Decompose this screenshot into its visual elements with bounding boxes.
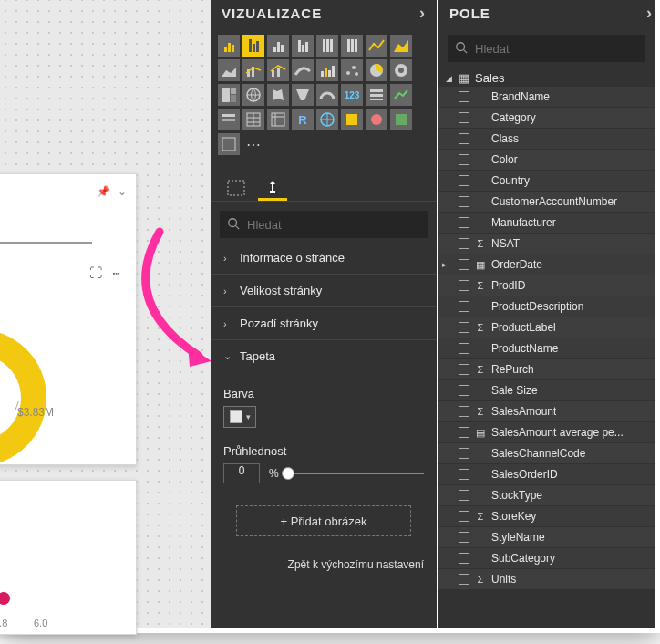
field-row[interactable]: CustomerAccountNumber: [438, 192, 655, 213]
field-checkbox[interactable]: [459, 91, 469, 102]
field-checkbox[interactable]: [459, 175, 469, 186]
field-checkbox[interactable]: [459, 406, 469, 417]
focus-mode-icon[interactable]: ⛶: [89, 265, 106, 280]
donut-chart[interactable]: [0, 329, 46, 466]
viz-stacked-column-icon[interactable]: [242, 35, 264, 57]
viz-line-icon[interactable]: [366, 35, 387, 57]
field-row[interactable]: ΣProductLabel: [438, 317, 655, 338]
pane-header-viz[interactable]: VIZUALIZACE ›: [211, 0, 437, 31]
field-checkbox[interactable]: [459, 574, 469, 585]
viz-multi-row-card-icon[interactable]: [366, 84, 387, 106]
field-row[interactable]: Category: [438, 108, 655, 129]
visual-card-brand[interactable]: Brand 5.8 6.0: [0, 480, 137, 635]
section-page-info[interactable]: › Informace o stránce: [211, 242, 437, 275]
viz-pie-icon[interactable]: [366, 59, 387, 81]
viz-matrix-icon[interactable]: [267, 109, 289, 130]
format-tab-icon[interactable]: [258, 175, 287, 201]
viz-100-stacked-column-icon[interactable]: [341, 35, 363, 57]
field-row[interactable]: Manufacturer: [438, 213, 655, 234]
field-row[interactable]: ΣUnits: [438, 569, 655, 590]
viz-line-clustered-column-icon[interactable]: [267, 59, 289, 81]
field-row[interactable]: ΣProdID: [438, 275, 655, 296]
chevron-right-icon[interactable]: ›: [646, 4, 653, 23]
transparency-input[interactable]: 0: [223, 463, 260, 483]
field-checkbox[interactable]: [459, 511, 469, 522]
chevron-down-icon[interactable]: ⌄: [118, 185, 127, 198]
viz-treemap-icon[interactable]: [218, 84, 240, 106]
field-checkbox[interactable]: [459, 385, 469, 396]
viz-r-script-icon[interactable]: R: [292, 109, 314, 130]
format-search-input[interactable]: [247, 218, 420, 232]
field-row[interactable]: BrandName: [438, 87, 655, 108]
viz-card-icon[interactable]: 123: [341, 84, 363, 106]
viz-kpi-icon[interactable]: [390, 84, 412, 106]
viz-ribbon-icon[interactable]: [292, 59, 314, 81]
field-row[interactable]: SalesChannelCode: [438, 443, 655, 464]
field-checkbox[interactable]: [459, 196, 469, 207]
viz-donut-icon[interactable]: [390, 59, 412, 81]
add-image-button[interactable]: + Přidat obrázek: [236, 505, 411, 536]
field-checkbox[interactable]: [459, 280, 469, 291]
reset-to-default-link[interactable]: Zpět k výchozímu nastavení: [211, 540, 437, 571]
field-checkbox[interactable]: [459, 238, 469, 249]
viz-area-icon[interactable]: [390, 35, 412, 57]
field-row[interactable]: StockType: [438, 485, 655, 506]
field-checkbox[interactable]: [459, 427, 469, 438]
viz-clustered-bar-icon[interactable]: [267, 35, 289, 57]
field-checkbox[interactable]: [459, 364, 469, 375]
section-wallpaper[interactable]: ⌄ Tapeta: [211, 340, 437, 372]
field-row[interactable]: StyleName: [438, 527, 655, 548]
field-checkbox[interactable]: [459, 490, 469, 501]
field-row[interactable]: SubCategory: [438, 548, 655, 569]
field-checkbox[interactable]: [459, 448, 469, 459]
field-checkbox[interactable]: [459, 322, 469, 333]
viz-stacked-area-icon[interactable]: [218, 59, 240, 81]
field-row[interactable]: Sale Size: [438, 380, 655, 401]
pane-header-fields[interactable]: POLE ›: [438, 0, 655, 31]
field-checkbox[interactable]: [459, 532, 469, 543]
section-page-background[interactable]: › Pozadí stránky: [211, 307, 437, 340]
pin-icon[interactable]: 📌: [97, 185, 110, 198]
scatter-point[interactable]: [0, 592, 10, 605]
slider-thumb[interactable]: [282, 467, 294, 480]
more-icon[interactable]: ⋯: [113, 265, 123, 280]
visual-card-by-class[interactable]: 📌 ⌄ ⛶ ⋯ by Class $3.83M: [0, 173, 137, 465]
viz-more-icon[interactable]: [242, 133, 264, 155]
viz-arcgis-icon[interactable]: [316, 109, 338, 130]
field-checkbox[interactable]: [459, 343, 469, 354]
viz-table-icon[interactable]: [242, 109, 264, 130]
field-row[interactable]: SalesOrderID: [438, 464, 655, 485]
field-checkbox[interactable]: [459, 469, 469, 480]
field-checkbox[interactable]: [459, 133, 469, 144]
field-checkbox[interactable]: [459, 154, 469, 165]
viz-waterfall-icon[interactable]: [316, 59, 338, 81]
field-row[interactable]: ΣNSAT: [438, 234, 655, 254]
section-page-size[interactable]: › Velikost stránky: [211, 275, 437, 307]
field-checkbox[interactable]: [459, 301, 469, 312]
field-row[interactable]: Country: [438, 171, 655, 192]
field-row[interactable]: ▸▦OrderDate: [438, 254, 655, 275]
viz-funnel-icon[interactable]: [292, 84, 314, 106]
field-row[interactable]: ΣSalesAmount: [438, 401, 655, 422]
viz-gauge-icon[interactable]: [316, 84, 338, 106]
chevron-right-icon[interactable]: ›: [419, 4, 426, 23]
field-row[interactable]: ΣRePurch: [438, 359, 655, 380]
viz-custom3-icon[interactable]: [218, 133, 240, 155]
field-row[interactable]: ProductName: [438, 338, 655, 359]
transparency-slider[interactable]: [288, 467, 424, 480]
viz-filled-map-icon[interactable]: [267, 84, 289, 106]
viz-clustered-column-icon[interactable]: [292, 35, 314, 57]
field-row[interactable]: ProductDescription: [438, 296, 655, 317]
fields-search-input[interactable]: [475, 42, 638, 56]
viz-slicer-icon[interactable]: [218, 109, 240, 130]
fields-tab-icon[interactable]: [222, 175, 251, 201]
field-checkbox[interactable]: [459, 553, 469, 564]
viz-stacked-bar-icon[interactable]: [218, 35, 240, 57]
field-checkbox[interactable]: [459, 217, 469, 228]
table-node[interactable]: ◢ ▦ Sales: [438, 66, 655, 87]
field-checkbox[interactable]: [459, 112, 469, 123]
viz-line-stacked-column-icon[interactable]: [242, 59, 264, 81]
viz-100-stacked-bar-icon[interactable]: [316, 35, 338, 57]
report-canvas[interactable]: 📌 ⌄ ⛶ ⋯ by Class $3.83M Brand 5.8 6.0: [0, 0, 211, 628]
field-row[interactable]: ▤SalesAmount average pe...: [438, 422, 655, 443]
